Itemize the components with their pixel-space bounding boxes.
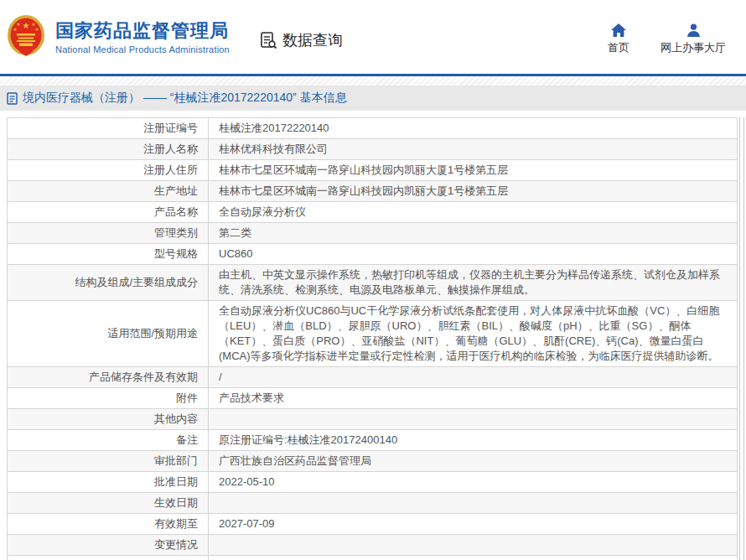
svg-text:★: ★ (35, 27, 39, 32)
row-label-text: 型号规格 (154, 247, 198, 260)
table-row: 注册证编号 桂械注准20172220140 (8, 118, 738, 139)
table-row: 注 详情 (8, 556, 738, 560)
row-label: 生效日期 (8, 493, 209, 514)
row-label: 结构及组成/主要组成成分 (8, 265, 209, 301)
info-table-body: 注册证编号 桂械注准20172220140 注册人名称 桂林优科科技有限公司 (8, 118, 738, 560)
data-query-tab[interactable]: 数据查询 (258, 30, 343, 50)
hatch-strip (0, 76, 746, 86)
row-value: 桂林优科科技有限公司 (209, 139, 738, 160)
row-label: 注册人名称 (8, 139, 209, 160)
nav-home-label: 首页 (608, 40, 629, 55)
table-row: 结构及组成/主要组成成分 由主机、中英文显示操作系统，热敏打印机等组成，仪器的主… (8, 265, 738, 301)
row-value: 2027-07-09 (209, 514, 738, 535)
row-value: 2022-05-10 (209, 472, 738, 493)
table-row: 生产地址 桂林市七星区环城南一路穿山科技园内凯丽大厦1号楼第五层 (8, 181, 738, 202)
table-row: 生效日期 (8, 493, 738, 514)
row-label: 注 (8, 556, 209, 560)
table-row: 有效期至 2027-07-09 (8, 514, 738, 535)
row-value (209, 493, 738, 514)
scrollbar-track[interactable] (739, 117, 744, 560)
user-icon (686, 23, 701, 37)
row-label-text: 备注 (176, 433, 198, 446)
row-label-text: 产品储存条件及有效期 (89, 371, 198, 383)
row-value: 第二类 (209, 223, 738, 244)
table-row: 适用范围/预期用途 全自动尿液分析仪UC860与UC干化学尿液分析试纸条配套使用… (8, 301, 738, 367)
row-label: 附件 (8, 388, 209, 409)
row-label: 有效期至 (8, 514, 209, 535)
row-label-text: 批准日期 (154, 475, 198, 488)
nav-item-service-hall[interactable]: 网上办事大厅 (661, 23, 726, 55)
table-row: 注册人住所 桂林市七星区环城南一路穿山科技园内凯丽大厦1号楼第五层 (8, 160, 738, 181)
row-value: 桂林市七星区环城南一路穿山科技园内凯丽大厦1号楼第五层 (209, 181, 738, 202)
table-row: 批准日期 2022-05-10 (8, 472, 738, 493)
table-row: 审批部门 广西壮族自治区药品监督管理局 (8, 451, 738, 472)
document-icon (7, 92, 18, 105)
row-label: 管理类别 (8, 223, 209, 244)
row-label-text: 产品名称 (154, 205, 198, 218)
row-label: 注册证编号 (8, 118, 209, 139)
table-row: 注册人名称 桂林优科科技有限公司 (8, 139, 738, 160)
row-label: 产品储存条件及有效期 (8, 367, 209, 388)
row-value: / (209, 367, 738, 388)
row-label-text: 其他内容 (154, 412, 198, 425)
row-label: 其他内容 (8, 409, 209, 430)
row-value (209, 535, 738, 556)
row-label: 备注 (8, 430, 209, 451)
row-label-text: 注册人住所 (143, 163, 198, 176)
data-query-label: 数据查询 (282, 30, 343, 50)
breadcrumb-text: 境内医疗器械（注册） —— “桂械注准20172220140” 基本信息 (23, 91, 347, 106)
svg-text:★: ★ (13, 27, 18, 32)
row-label-text: 结构及组成/主要组成成分 (75, 276, 198, 288)
table-row: 变更情况 (8, 535, 738, 556)
row-value: UC860 (209, 244, 738, 265)
site-subtitle: National Medical Products Administration (55, 44, 230, 54)
row-value: 广西壮族自治区药品监督管理局 (209, 451, 738, 472)
row-value: 由主机、中英文显示操作系统，热敏打印机等组成，仪器的主机主要分为样品传递系统、试… (209, 265, 738, 301)
row-label: 产品名称 (8, 202, 209, 223)
row-label-text: 生效日期 (154, 496, 198, 509)
home-icon (611, 23, 626, 37)
row-label-text: 变更情况 (154, 538, 198, 551)
nav-service-hall-label: 网上办事大厅 (661, 40, 726, 55)
row-label: 生产地址 (8, 181, 209, 202)
row-label-text: 适用范围/预期用途 (107, 327, 198, 340)
row-label-text: 注册证编号 (143, 122, 198, 134)
row-label-text: 管理类别 (154, 226, 198, 239)
table-row: 管理类别 第二类 (8, 223, 738, 244)
table-row: 备注 原注册证编号:桂械注准20172400140 (8, 430, 738, 451)
row-label: 型号规格 (8, 244, 209, 265)
row-label-text: 注册人名称 (143, 143, 198, 155)
header: ★ ★ ★ ★ ★ 国家药品监督管理局 National Medical Pro… (0, 0, 746, 74)
national-emblem-icon: ★ ★ ★ ★ ★ (7, 14, 45, 60)
row-value: 全自动尿液分析仪UC860与UC干化学尿液分析试纸条配套使用，对人体尿液中抗坏血… (209, 301, 738, 367)
row-value: 产品技术要求 (209, 388, 738, 409)
row-label: 批准日期 (8, 472, 209, 493)
table-row: 产品名称 全自动尿液分析仪 (8, 202, 738, 223)
data-query-icon (258, 30, 278, 50)
row-value (209, 409, 738, 430)
row-value: 全自动尿液分析仪 (209, 202, 738, 223)
row-value: 原注册证编号:桂械注准20172400140 (209, 430, 738, 451)
row-value: 详情 (209, 556, 738, 560)
table-row: 产品储存条件及有效期 / (8, 367, 738, 388)
header-nav: 首页 网上办事大厅 (602, 18, 726, 55)
row-label-text: 附件 (176, 391, 198, 404)
site-logo[interactable]: ★ ★ ★ ★ ★ 国家药品监督管理局 National Medical Pro… (7, 14, 230, 60)
row-label-text: 生产地址 (154, 184, 198, 197)
row-label-text: 有效期至 (154, 517, 198, 530)
row-value: 桂械注准20172220140 (209, 118, 738, 139)
table-row: 型号规格 UC860 (8, 244, 738, 265)
nav-item-home[interactable]: 首页 (602, 23, 635, 55)
row-label: 变更情况 (8, 535, 209, 556)
svg-text:★: ★ (23, 21, 30, 30)
row-value: 桂林市七星区环城南一路穿山科技园内凯丽大厦1号楼第五层 (209, 160, 738, 181)
breadcrumb: 境内医疗器械（注册） —— “桂械注准20172220140” 基本信息 (0, 86, 746, 111)
row-label: 适用范围/预期用途 (8, 301, 209, 367)
site-title: 国家药品监督管理局 (55, 20, 230, 42)
row-label: 审批部门 (8, 451, 209, 472)
brand-text: 国家药品监督管理局 National Medical Products Admi… (55, 20, 230, 54)
row-label-text: 审批部门 (154, 454, 198, 467)
registration-info-table: 注册证编号 桂械注准20172220140 注册人名称 桂林优科科技有限公司 (7, 117, 746, 560)
table-row: 其他内容 (8, 409, 738, 430)
table-row: 附件 产品技术要求 (8, 388, 738, 409)
